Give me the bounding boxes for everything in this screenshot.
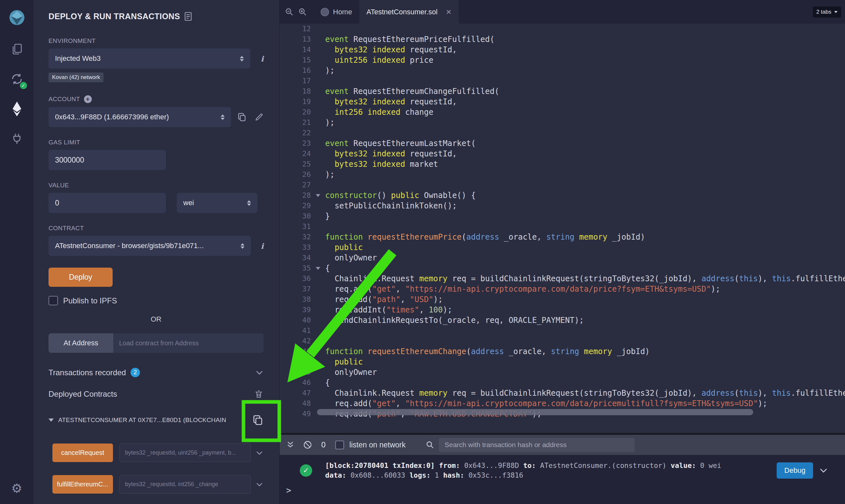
code-line[interactable]: 39 req.addInt("times", 100);	[280, 305, 845, 315]
transaction-log-row: ✓ [block:20780401 txIndex:0] from: 0x643…	[280, 455, 845, 480]
deploy-run-panel: DEPLOY & RUN TRANSACTIONS ENVIRONMENT In…	[34, 0, 279, 504]
code-line[interactable]: 44 public	[280, 357, 845, 367]
code-line[interactable]: 30}	[280, 211, 845, 221]
code-line[interactable]: 19 bytes32 indexed requestId,	[280, 96, 845, 107]
gas-limit-input[interactable]	[49, 150, 166, 170]
gas-limit-label: GAS LIMIT	[49, 139, 264, 146]
code-line[interactable]: 22	[280, 128, 845, 138]
remix-logo-icon[interactable]	[8, 8, 26, 27]
environment-select[interactable]: Injected Web3	[49, 49, 250, 69]
documentation-icon[interactable]	[185, 12, 192, 21]
code-line[interactable]: 38 req.add("path", "USD");	[280, 294, 845, 305]
code-line[interactable]: 33 public	[280, 242, 845, 253]
account-value: 0x643...9F88D (1.666673996 ether)	[55, 113, 169, 121]
code-line[interactable]: 15 uint256 indexed price	[280, 55, 845, 65]
contract-label: CONTRACT	[49, 225, 264, 232]
code-line[interactable]: 27	[280, 180, 845, 190]
plugin-manager-icon[interactable]	[7, 129, 27, 148]
settings-gear-icon[interactable]: ⚙	[11, 481, 22, 496]
fulfill-ethereum-change-params-input[interactable]	[119, 475, 251, 493]
code-line[interactable]: 31	[280, 221, 845, 232]
terminal-log-text[interactable]: [block:20780401 txIndex:0] from: 0x643..…	[325, 461, 777, 480]
code-line[interactable]: 37 req.add("get", "https://min-api.crypt…	[280, 284, 845, 294]
code-line[interactable]: 40 sendChainlinkRequestTo(_oracle, req, …	[280, 315, 845, 325]
code-line[interactable]: 47 Chainlink.Request memory req = buildC…	[280, 388, 845, 398]
tabs-menu-label: 2 tabs	[816, 9, 831, 15]
contract-value: ATestnetConsumer - browser/gists/9b71e07…	[55, 241, 204, 250]
zoom-out-icon[interactable]	[285, 7, 294, 16]
account-select[interactable]: 0x643...9F88D (1.666673996 ether)	[49, 107, 231, 127]
remix-ide-window: ✓ ⚙ DEPLOY & RUN TRANSACTIONS	[0, 0, 845, 504]
code-line[interactable]: 16);	[280, 65, 845, 76]
deploy-button[interactable]: Deploy	[49, 268, 113, 287]
at-address-button[interactable]: At Address	[49, 333, 113, 353]
code-line[interactable]: 24 bytes32 indexed requestId,	[280, 149, 845, 159]
caret-down-icon	[834, 11, 838, 13]
trash-icon[interactable]	[254, 389, 264, 399]
code-line[interactable]: 28constructor() public Ownable() {	[280, 190, 845, 201]
horizontal-scrollbar[interactable]	[317, 409, 753, 415]
terminal-search-input[interactable]	[439, 438, 635, 452]
select-caret-icon	[221, 114, 225, 120]
code-line[interactable]: 26);	[280, 169, 845, 180]
fulfill-ethereum-change-button[interactable]: fulfillEthereumC...	[52, 475, 113, 493]
copy-contract-address-icon[interactable]	[252, 414, 264, 426]
code-editor[interactable]: 1213event RequestEthereumPriceFulfilled(…	[280, 24, 845, 419]
code-line[interactable]: 25 bytes32 indexed market	[280, 159, 845, 169]
code-line[interactable]: 34 onlyOwner	[280, 253, 845, 263]
at-address-input[interactable]	[113, 333, 264, 353]
code-line[interactable]: 43function requestEthereumChange(address…	[280, 346, 845, 357]
add-account-icon[interactable]: +	[84, 95, 92, 103]
cancel-request-button[interactable]: cancelRequest	[52, 444, 113, 462]
code-line[interactable]: 23event RequestEthereumLastMarket(	[280, 138, 845, 149]
publish-ipfs-checkbox[interactable]	[49, 296, 58, 305]
code-line[interactable]: 21);	[280, 118, 845, 128]
code-line[interactable]: 46{	[280, 378, 845, 388]
code-line[interactable]: 45 onlyOwner	[280, 367, 845, 378]
log-expand-chevron-icon[interactable]	[819, 466, 828, 475]
function-chevron-down-icon[interactable]	[256, 481, 263, 488]
code-line[interactable]: 17	[280, 76, 845, 86]
account-label: ACCOUNT	[49, 95, 80, 103]
tabs-menu-button[interactable]: 2 tabs	[813, 6, 841, 18]
cancel-request-params-input[interactable]	[119, 444, 251, 462]
compile-success-badge: ✓	[20, 82, 27, 89]
listen-on-network-checkbox[interactable]	[335, 440, 344, 449]
deployed-contract-item[interactable]: ATESTNETCONSUMER AT 0X7E7...E80D1 (BLOCK…	[49, 414, 264, 426]
zoom-in-icon[interactable]	[298, 7, 307, 16]
deploy-run-icon[interactable]	[7, 100, 27, 119]
editor-area: Home ATestnetConsumer.sol × 2 tabs 1213e…	[279, 0, 845, 504]
code-line[interactable]: 29 setPublicChainlinkToken();	[280, 201, 845, 211]
code-line[interactable]: 35{	[280, 263, 845, 273]
code-line[interactable]: 42	[280, 336, 845, 346]
value-input[interactable]	[49, 193, 166, 213]
code-line[interactable]: 36 Chainlink.Request memory req = buildC…	[280, 273, 845, 284]
environment-info-icon[interactable]: i	[261, 54, 264, 63]
solidity-compiler-icon[interactable]: ✓	[7, 70, 27, 88]
code-line[interactable]: 41}	[280, 325, 845, 336]
code-line[interactable]: 20 int256 indexed change	[280, 107, 845, 118]
code-line[interactable]: 12	[280, 24, 845, 34]
tab-atestnetconsumer[interactable]: ATestnetConsumer.sol ×	[359, 0, 459, 24]
value-unit-select[interactable]: wei	[177, 193, 257, 213]
function-chevron-down-icon[interactable]	[256, 449, 263, 457]
code-line[interactable]: 13event RequestEthereumPriceFulfilled(	[280, 34, 845, 44]
tab-home[interactable]: Home	[313, 0, 359, 24]
code-line[interactable]: 14 bytes32 indexed requestId,	[280, 44, 845, 55]
sign-message-pencil-icon[interactable]	[255, 112, 264, 122]
code-line[interactable]: 48 req.add("get", "https://min-api.crypt…	[280, 398, 845, 409]
code-line[interactable]: 18event RequestEthereumChangeFulfilled(	[280, 86, 845, 96]
terminal-clear-icon[interactable]	[303, 440, 312, 449]
copy-account-icon[interactable]	[237, 112, 247, 122]
terminal-collapse-icon[interactable]	[286, 440, 295, 449]
transactions-chevron-down-icon[interactable]	[255, 368, 264, 377]
file-explorer-icon[interactable]	[7, 40, 27, 58]
code-line[interactable]: 32function requestEthereumPrice(address …	[280, 232, 845, 242]
terminal-prompt[interactable]: >	[280, 480, 845, 495]
debug-button[interactable]: Debug	[777, 462, 813, 479]
contract-info-icon[interactable]: i	[261, 241, 264, 250]
expand-caret-icon[interactable]	[49, 418, 54, 422]
close-tab-icon[interactable]: ×	[446, 7, 451, 17]
contract-select[interactable]: ATestnetConsumer - browser/gists/9b71e07…	[49, 236, 251, 256]
activity-bar: ✓ ⚙	[0, 0, 34, 504]
